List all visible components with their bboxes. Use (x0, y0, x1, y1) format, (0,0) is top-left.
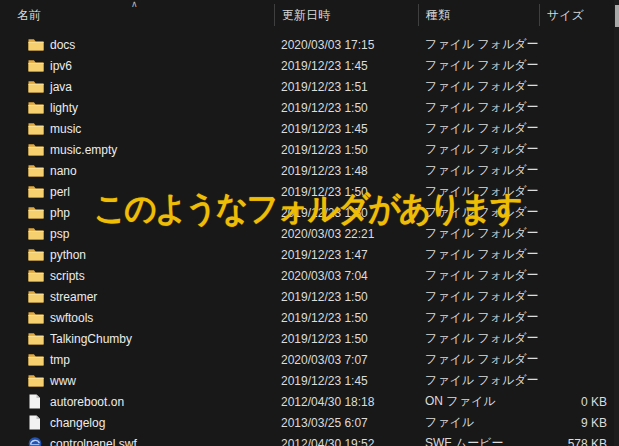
file-type: ファイル (418, 414, 539, 431)
file-date-modified: 2019/12/23 1:47 (274, 248, 418, 262)
file-row[interactable]: scripts 2020/03/03 7:04 ファイル フォルダー (0, 265, 619, 286)
file-date-modified: 2019/12/23 1:45 (274, 122, 418, 136)
file-type: ファイル フォルダー (418, 57, 539, 74)
file-date-modified: 2020/03/03 17:15 (274, 38, 418, 52)
file-date-modified: 2019/12/23 1:51 (274, 80, 418, 94)
file-row[interactable]: www 2019/12/23 1:45 ファイル フォルダー (0, 370, 619, 391)
file-type: ファイル フォルダー (418, 162, 539, 179)
file-type: SWF ムービー (418, 435, 539, 446)
file-size: 578 KB (539, 437, 614, 446)
file-name: psp (50, 227, 69, 241)
file-row[interactable]: autoreboot.on 2012/04/30 18:18 ON ファイル 0… (0, 391, 619, 412)
sort-ascending-icon[interactable]: ∧ (131, 0, 138, 9)
file-date-modified: 2020/03/03 7:07 (274, 353, 418, 367)
column-headers: ∧ 名前 更新日時 種類 サイズ (0, 0, 619, 30)
file-row[interactable]: ipv6 2019/12/23 1:45 ファイル フォルダー (0, 55, 619, 76)
file-row[interactable]: perl 2019/12/23 1:50 ファイル フォルダー (0, 181, 619, 202)
file-type: ファイル フォルダー (418, 351, 539, 368)
file-type: ファイル フォルダー (418, 78, 539, 95)
file-type: ファイル フォルダー (418, 309, 539, 326)
file-date-modified: 2012/04/30 19:52 (274, 437, 418, 446)
folder-icon (28, 100, 44, 115)
file-date-modified: 2019/12/23 1:50 (274, 185, 418, 199)
folder-icon (28, 37, 44, 52)
file-icon (28, 394, 44, 409)
file-row[interactable]: java 2019/12/23 1:51 ファイル フォルダー (0, 76, 619, 97)
file-type: ファイル フォルダー (418, 246, 539, 263)
file-name: controlpanel.swf (50, 437, 137, 446)
file-date-modified: 2019/12/23 1:50 (274, 311, 418, 325)
column-header-type-label: 種類 (426, 7, 450, 24)
file-name: php (50, 206, 70, 220)
folder-icon (28, 331, 44, 346)
column-header-size[interactable]: サイズ (539, 4, 614, 26)
file-row[interactable]: controlpanel.swf 2012/04/30 19:52 SWF ムー… (0, 433, 619, 446)
file-row[interactable]: psp 2020/03/03 22:21 ファイル フォルダー (0, 223, 619, 244)
folder-icon (28, 352, 44, 367)
file-row[interactable]: nano 2019/12/23 1:48 ファイル フォルダー (0, 160, 619, 181)
file-type: ON ファイル (418, 393, 539, 410)
file-name: swftools (50, 311, 93, 325)
file-date-modified: 2012/04/30 18:18 (274, 395, 418, 409)
file-size: 9 KB (539, 416, 614, 430)
folder-icon (28, 79, 44, 94)
file-type: ファイル フォルダー (418, 372, 539, 389)
file-name: music.empty (50, 143, 117, 157)
file-name: scripts (50, 269, 85, 283)
file-type: ファイル フォルダー (418, 141, 539, 158)
file-name: docs (50, 38, 75, 52)
file-name: music (50, 122, 81, 136)
file-row[interactable]: music 2019/12/23 1:45 ファイル フォルダー (0, 118, 619, 139)
file-name: lighty (50, 101, 78, 115)
file-size: 0 KB (539, 395, 614, 409)
file-date-modified: 2019/12/23 1:50 (274, 290, 418, 304)
file-name: tmp (50, 353, 70, 367)
file-type: ファイル フォルダー (418, 36, 539, 53)
file-name: www (50, 374, 76, 388)
folder-icon (28, 184, 44, 199)
file-list-view: ∧ 名前 更新日時 種類 サイズ docs 2020/03/03 17:15 フ… (0, 0, 619, 446)
file-row[interactable]: python 2019/12/23 1:47 ファイル フォルダー (0, 244, 619, 265)
file-date-modified: 2020/03/03 22:21 (274, 227, 418, 241)
folder-icon (28, 226, 44, 241)
file-name: changelog (50, 416, 105, 430)
folder-icon (28, 205, 44, 220)
file-type: ファイル フォルダー (418, 183, 539, 200)
folder-icon (28, 58, 44, 73)
file-row[interactable]: swftools 2019/12/23 1:50 ファイル フォルダー (0, 307, 619, 328)
file-row[interactable]: php 2019/12/23 1:50 ファイル フォルダー (0, 202, 619, 223)
file-date-modified: 2013/03/25 6:07 (274, 416, 418, 430)
file-list: docs 2020/03/03 17:15 ファイル フォルダー ipv6 20… (0, 30, 619, 446)
file-name: autoreboot.on (50, 395, 124, 409)
file-name: perl (50, 185, 70, 199)
file-date-modified: 2019/12/23 1:50 (274, 332, 418, 346)
column-header-type[interactable]: 種類 (418, 4, 539, 26)
folder-icon (28, 373, 44, 388)
file-row[interactable]: changelog 2013/03/25 6:07 ファイル 9 KB (0, 412, 619, 433)
file-name: nano (50, 164, 77, 178)
file-type: ファイル フォルダー (418, 204, 539, 221)
file-name: streamer (50, 290, 97, 304)
file-date-modified: 2019/12/23 1:45 (274, 374, 418, 388)
column-header-date-modified[interactable]: 更新日時 (274, 4, 418, 26)
swf-icon (28, 436, 44, 446)
file-row[interactable]: lighty 2019/12/23 1:50 ファイル フォルダー (0, 97, 619, 118)
folder-icon (28, 310, 44, 325)
folder-icon (28, 268, 44, 283)
folder-icon (28, 289, 44, 304)
column-header-size-label: サイズ (547, 7, 584, 24)
file-row[interactable]: streamer 2019/12/23 1:50 ファイル フォルダー (0, 286, 619, 307)
file-type: ファイル フォルダー (418, 225, 539, 242)
file-name: python (50, 248, 86, 262)
file-row[interactable]: TalkingChumby 2019/12/23 1:50 ファイル フォルダー (0, 328, 619, 349)
file-type: ファイル フォルダー (418, 330, 539, 347)
file-icon (28, 415, 44, 430)
scrollbar[interactable] (614, 0, 619, 446)
file-date-modified: 2019/12/23 1:50 (274, 101, 418, 115)
file-row[interactable]: docs 2020/03/03 17:15 ファイル フォルダー (0, 34, 619, 55)
scrollbar-thumb[interactable] (615, 5, 619, 27)
file-row[interactable]: music.empty 2019/12/23 1:50 ファイル フォルダー (0, 139, 619, 160)
file-type: ファイル フォルダー (418, 288, 539, 305)
file-row[interactable]: tmp 2020/03/03 7:07 ファイル フォルダー (0, 349, 619, 370)
file-date-modified: 2019/12/23 1:45 (274, 59, 418, 73)
